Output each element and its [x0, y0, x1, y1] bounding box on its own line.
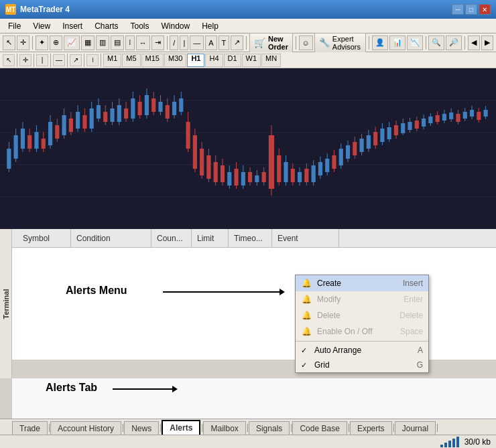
ctx-create[interactable]: 🔔 Create Insert [296, 275, 428, 291]
toolbar-separator-2 [167, 36, 168, 50]
restore-button[interactable]: □ [465, 4, 477, 15]
ctx-auto-arrange[interactable]: ✓ Auto Arrange A [296, 343, 428, 358]
tab-codebase[interactable]: Code Base [292, 421, 347, 435]
menu-bar: File View Insert Charts Tools Window Hel… [0, 19, 496, 33]
alerts-table-header: Symbol Condition Coun... Limit Timeo... … [12, 229, 496, 248]
account-icon[interactable]: 👤 [372, 35, 388, 50]
col-event: Event [272, 229, 339, 247]
timeframe-toolbar: ↖ ✛ | — ↗ ⁞ M1 M5 M15 M30 H1 H4 D1 W1 MN [0, 52, 496, 68]
tab-mailbox[interactable]: Mailbox [203, 421, 245, 435]
tab-alerts[interactable]: Alerts [162, 420, 200, 435]
tf-h1[interactable]: H1 [187, 54, 204, 67]
tf-arrow-left[interactable]: ↖ [3, 54, 15, 66]
tf-sep3 [50, 54, 51, 67]
minimize-button[interactable]: ─ [452, 4, 464, 15]
arrow-head-2 [172, 386, 178, 392]
col-timeout: Timeo... [229, 229, 272, 247]
chart-shift[interactable]: ⇥ [151, 35, 164, 50]
tf-w1[interactable]: W1 [242, 54, 261, 67]
toolbar-separator-5 [369, 36, 369, 50]
tab-signals[interactable]: Signals [249, 421, 290, 435]
line-tool[interactable]: / [170, 35, 178, 50]
arrow-head-1 [280, 289, 285, 295]
zoom-in-btn[interactable]: 🔍 [428, 35, 444, 50]
terminal-body: Symbol Condition Coun... Limit Timeo... … [0, 229, 496, 378]
toolbar-separator-3 [246, 36, 247, 50]
tf-draw[interactable]: ↗ [70, 54, 82, 66]
vert-line-tool[interactable]: | [180, 35, 188, 50]
close-button[interactable]: ✕ [479, 4, 491, 15]
toolbar-separator-1 [32, 36, 33, 50]
tab-news[interactable]: News [124, 421, 159, 435]
zoom-out-btn[interactable]: 🔎 [446, 35, 462, 50]
menu-help[interactable]: Help [196, 20, 224, 32]
menu-view[interactable]: View [27, 20, 56, 32]
period-sep[interactable]: ⁞ [125, 35, 135, 50]
tf-d1[interactable]: D1 [224, 54, 241, 67]
alerts-tab-annotation: Alerts Tab [46, 382, 97, 394]
nav-right[interactable]: ▶ [481, 35, 493, 50]
auto-arrange-check: ✓ [301, 346, 309, 355]
text-tool[interactable]: A [205, 35, 216, 50]
col-condition: Condition [71, 229, 151, 247]
auto-scroll[interactable]: ↔ [136, 35, 150, 50]
tf-nav-right[interactable]: — [53, 54, 65, 66]
tf-m15[interactable]: M15 [141, 54, 164, 67]
context-menu: 🔔 Create Insert 🔔 Modify Enter 🔔 [295, 275, 429, 373]
hline-tool[interactable]: — [190, 35, 204, 50]
tf-period[interactable]: ⁞ [86, 54, 99, 66]
terminal-panel: Terminal Symbol Condition Coun... Limit … [0, 229, 496, 435]
cursor-tool[interactable]: ↖ [3, 35, 15, 50]
tab-journal[interactable]: Journal [395, 421, 436, 435]
arrow-tool[interactable]: ↗ [231, 35, 243, 50]
ctx-modify: 🔔 Modify Enter [296, 291, 428, 307]
alerts-content[interactable]: Alerts Menu 🔔 Create Insert [12, 248, 496, 360]
tf-cursor[interactable]: ✛ [19, 54, 32, 66]
indicator-tool[interactable]: 📈 [64, 35, 80, 50]
ctx-enable: 🔔 Enable On / Off Space [296, 323, 428, 340]
zoom-tool[interactable]: ⊕ [50, 35, 62, 50]
tab-experts[interactable]: Experts [350, 421, 392, 435]
menu-insert[interactable]: Insert [57, 20, 88, 32]
chart-type-candle[interactable]: ▥ [96, 35, 109, 50]
tf-m1[interactable]: M1 [103, 54, 121, 67]
annotation-arrow-1 [163, 291, 280, 293]
tf-sep4 [67, 54, 68, 67]
enable-icon: 🔔 [301, 326, 312, 337]
bottom-tabs: Trade | Account History | News | Alerts … [0, 419, 496, 435]
chart-type-bar[interactable]: ▦ [81, 35, 95, 50]
create-icon: 🔔 [301, 278, 312, 289]
app-title: MetaTrader 4 [20, 5, 70, 14]
crosshair-tool[interactable]: ✛ [17, 35, 29, 50]
ctx-grid[interactable]: ✓ Grid G [296, 358, 428, 372]
expert-advisors-button[interactable]: 🔧 Expert Advisors [314, 33, 366, 53]
window-controls: ─ □ ✕ [452, 4, 491, 15]
chart-icons-1[interactable]: 📊 [389, 35, 406, 50]
tf-sep5 [84, 54, 84, 67]
tab-account-history[interactable]: Account History [50, 421, 121, 435]
new-order-button[interactable]: 🛒 New Order [249, 33, 293, 53]
tf-mn[interactable]: MN [261, 54, 281, 67]
chart-area[interactable] [0, 68, 496, 229]
tf-h4[interactable]: H4 [205, 54, 223, 67]
menu-window[interactable]: Window [156, 20, 196, 32]
col-limit: Limit [192, 229, 229, 247]
tf-m5[interactable]: M5 [122, 54, 140, 67]
chart-icons-2[interactable]: 📉 [407, 35, 423, 50]
chart-type-line[interactable]: ▤ [111, 35, 124, 50]
tf-m30[interactable]: M30 [164, 54, 186, 67]
title-bar: MT MetaTrader 4 ─ □ ✕ [0, 0, 496, 19]
col-symbol: Symbol [17, 229, 71, 247]
col-count: Coun... [151, 229, 192, 247]
delete-icon: 🔔 [301, 310, 312, 321]
smiley-icon[interactable]: ☺ [299, 35, 313, 50]
menu-charts[interactable]: Charts [89, 20, 123, 32]
menu-tools[interactable]: Tools [125, 20, 155, 32]
label-tool[interactable]: T [219, 35, 230, 50]
hand-tool[interactable]: ✦ [36, 35, 48, 50]
menu-file[interactable]: File [3, 20, 26, 32]
nav-left[interactable]: ◀ [468, 35, 480, 50]
tf-nav-left[interactable]: | [36, 54, 48, 66]
toolbar-separator-6 [426, 36, 426, 50]
tab-trade[interactable]: Trade [12, 421, 48, 435]
